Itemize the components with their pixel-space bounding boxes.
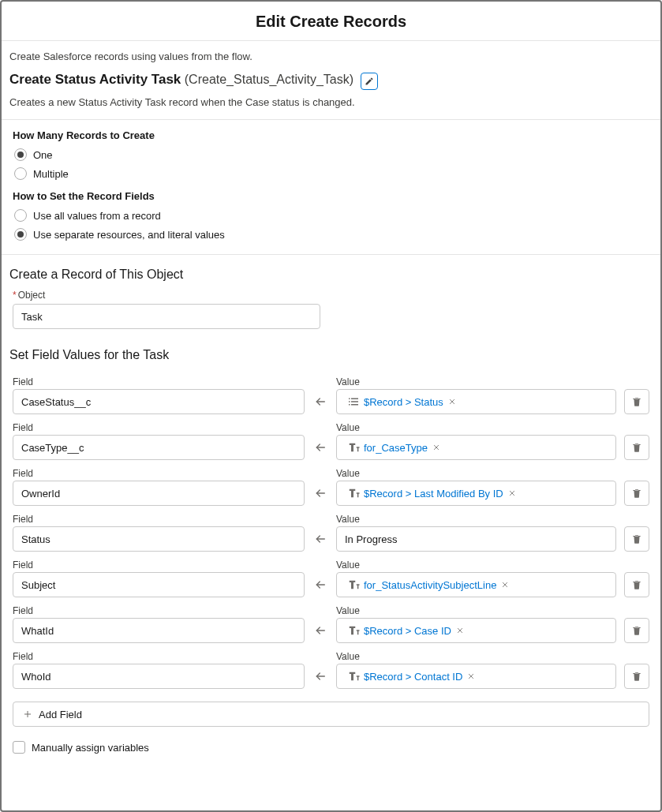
- resource-name: $Record > Case ID: [364, 625, 451, 637]
- field-input[interactable]: OwnerId: [13, 481, 305, 506]
- radio-label: One: [33, 149, 53, 161]
- value-input[interactable]: $Record > Case ID: [336, 618, 616, 643]
- manual-assign-checkbox[interactable]: [13, 741, 25, 754]
- picklist-icon: [346, 395, 361, 409]
- object-input[interactable]: Task: [13, 304, 320, 329]
- trash-icon: [631, 396, 642, 407]
- close-icon: [432, 443, 440, 451]
- remove-pill-button[interactable]: [431, 442, 442, 453]
- modal-title: Edit Create Records: [2, 2, 660, 40]
- remove-pill-button[interactable]: [454, 625, 466, 636]
- how-set-option[interactable]: Use separate resources, and literal valu…: [13, 226, 649, 245]
- close-icon: [467, 672, 475, 680]
- value-label: Value: [336, 370, 616, 387]
- delete-row-button[interactable]: [624, 435, 649, 460]
- field-label: Field: [13, 416, 305, 433]
- delete-row-button[interactable]: [624, 526, 649, 552]
- remove-pill-button[interactable]: [447, 396, 458, 407]
- field-input[interactable]: Status: [13, 526, 305, 552]
- resource-name: for_StatusActivitySubjectLine: [364, 579, 496, 591]
- field-label: Field: [13, 553, 305, 571]
- resource-pill[interactable]: for_StatusActivitySubjectLine: [345, 576, 514, 593]
- how-many-option[interactable]: Multiple: [13, 165, 649, 184]
- delete-row-button[interactable]: [624, 389, 649, 414]
- how-many-option[interactable]: One: [13, 146, 649, 165]
- trash-icon: [631, 533, 642, 544]
- element-description: Creates a new Status Activity Task recor…: [2, 93, 660, 119]
- delete-row-button[interactable]: [624, 618, 649, 643]
- close-icon: [501, 581, 509, 589]
- add-field-label: Add Field: [39, 709, 82, 720]
- resource-pill[interactable]: $Record > Case ID: [345, 622, 469, 639]
- element-name-row: Create Status Activity Task (Create_Stat…: [2, 65, 660, 93]
- text-type-icon: [346, 440, 361, 455]
- edit-name-button[interactable]: [361, 73, 378, 90]
- how-many-section: How Many Records to Create OneMultiple: [2, 120, 660, 185]
- text-type-icon: [346, 669, 361, 683]
- field-name: WhatId: [21, 625, 54, 637]
- field-name: OwnerId: [21, 488, 60, 500]
- field-label: Field: [13, 645, 305, 662]
- remove-pill-button[interactable]: [507, 488, 518, 499]
- value-label: Value: [336, 553, 616, 571]
- radio-button[interactable]: [14, 167, 27, 180]
- value-input[interactable]: $Record > Contact ID: [336, 664, 616, 689]
- manual-assign-row[interactable]: Manually assign variables: [2, 727, 660, 761]
- object-section-heading: Create a Record of This Object: [2, 255, 660, 290]
- resource-name: for_CaseType: [364, 442, 428, 454]
- trash-icon: [631, 625, 642, 636]
- how-set-section: How to Set the Record Fields Use all val…: [2, 185, 660, 254]
- element-label: Create Status Activity Task: [9, 72, 181, 87]
- value-label: Value: [336, 462, 616, 479]
- resource-pill[interactable]: $Record > Contact ID: [345, 668, 480, 685]
- assign-arrow: [312, 481, 328, 506]
- add-field-button[interactable]: Add Field: [13, 702, 649, 727]
- trash-icon: [631, 488, 642, 499]
- value-input[interactable]: $Record > Last Modified By ID: [336, 481, 616, 506]
- field-value-row: FieldWhatIdValue$Record > Case ID: [2, 599, 660, 645]
- value-input[interactable]: for_CaseType: [336, 435, 616, 460]
- field-input[interactable]: WhoId: [13, 664, 305, 689]
- field-input[interactable]: Subject: [13, 572, 305, 597]
- resource-pill[interactable]: $Record > Last Modified By ID: [345, 485, 521, 502]
- value-input[interactable]: In Progress: [336, 526, 616, 552]
- how-set-label: How to Set the Record Fields: [13, 190, 649, 202]
- value-input[interactable]: $Record > Status: [336, 389, 616, 414]
- radio-button[interactable]: [14, 148, 27, 161]
- field-value-row: FieldSubjectValuefor_StatusActivitySubje…: [2, 553, 660, 599]
- element-api-name: (Create_Status_Activity_Task): [185, 73, 353, 86]
- value-input[interactable]: for_StatusActivitySubjectLine: [336, 572, 616, 597]
- radio-button[interactable]: [14, 209, 27, 222]
- trash-icon: [631, 671, 642, 682]
- field-value-row: FieldWhoIdValue$Record > Contact ID: [2, 645, 660, 690]
- resource-pill[interactable]: for_CaseType: [345, 439, 445, 456]
- remove-pill-button[interactable]: [499, 579, 511, 590]
- how-set-option[interactable]: Use all values from a record: [13, 207, 649, 226]
- intro-text: Create Salesforce records using values f…: [2, 41, 660, 65]
- resource-name: $Record > Last Modified By ID: [364, 488, 503, 500]
- delete-row-button[interactable]: [624, 664, 649, 689]
- delete-row-button[interactable]: [624, 572, 649, 597]
- object-field-label: *Object: [2, 290, 660, 304]
- resource-pill[interactable]: $Record > Status: [345, 393, 461, 410]
- delete-row-button[interactable]: [624, 481, 649, 506]
- arrow-left-icon: [314, 578, 327, 591]
- field-input[interactable]: CaseType__c: [13, 435, 305, 460]
- field-label: Field: [13, 507, 305, 525]
- field-label: Field: [13, 599, 305, 616]
- field-name: CaseStatus__c: [21, 396, 91, 408]
- arrow-left-icon: [314, 395, 327, 408]
- text-type-icon: [346, 623, 361, 638]
- radio-label: Multiple: [33, 168, 69, 180]
- field-name: CaseType__c: [21, 442, 84, 454]
- value-label: Value: [336, 416, 616, 433]
- field-name: Subject: [21, 579, 55, 591]
- remove-pill-button[interactable]: [466, 671, 477, 682]
- value-label: Value: [336, 507, 616, 525]
- assign-arrow: [312, 435, 328, 460]
- radio-button[interactable]: [14, 228, 27, 241]
- field-input[interactable]: CaseStatus__c: [13, 389, 305, 414]
- field-input[interactable]: WhatId: [13, 618, 305, 643]
- field-label: Field: [13, 370, 305, 387]
- literal-value: In Progress: [345, 533, 397, 545]
